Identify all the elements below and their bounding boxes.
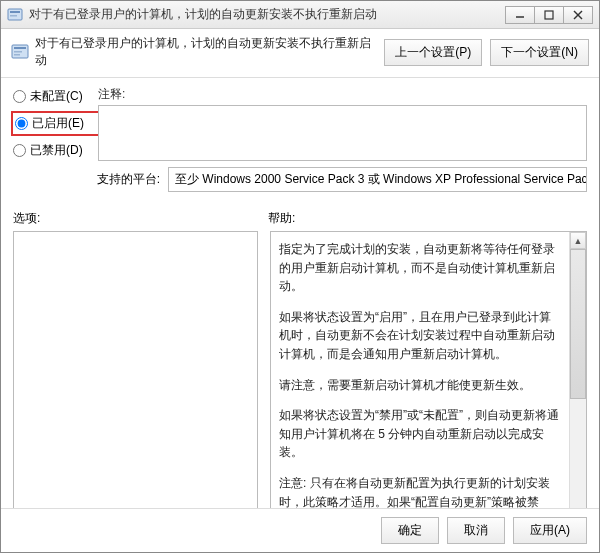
maximize-button[interactable] [534, 6, 564, 24]
ok-button[interactable]: 确定 [381, 517, 439, 544]
dialog-footer: 确定 取消 应用(A) [1, 508, 599, 552]
policy-icon [7, 7, 23, 23]
help-panel: 指定为了完成计划的安装，自动更新将等待任何登录的用户重新启动计算机，而不是自动使… [270, 231, 587, 508]
help-scrollbar[interactable]: ▲ ▼ [569, 232, 586, 508]
help-paragraph: 请注意，需要重新启动计算机才能使更新生效。 [279, 376, 561, 395]
window-title: 对于有已登录用户的计算机，计划的自动更新安装不执行重新启动 [29, 6, 505, 23]
options-label: 选项: [13, 210, 268, 227]
svg-rect-9 [14, 51, 22, 53]
platform-label: 支持的平台: [13, 171, 168, 188]
radio-not-configured-input[interactable] [13, 90, 26, 103]
next-setting-button[interactable]: 下一个设置(N) [490, 39, 589, 66]
options-panel [13, 231, 258, 508]
radio-not-configured[interactable]: 未配置(C) [13, 88, 98, 105]
close-button[interactable] [563, 6, 593, 24]
radio-disabled-input[interactable] [13, 144, 26, 157]
previous-setting-button[interactable]: 上一个设置(P) [384, 39, 482, 66]
policy-icon [11, 43, 29, 61]
comment-input[interactable] [98, 105, 587, 161]
radio-enabled-input[interactable] [15, 117, 28, 130]
top-config-row: 未配置(C) 已启用(E) 已禁用(D) 注释: [13, 86, 587, 161]
apply-button[interactable]: 应用(A) [513, 517, 587, 544]
toolbar: 对于有已登录用户的计算机，计划的自动更新安装不执行重新启动 上一个设置(P) 下… [1, 29, 599, 78]
help-paragraph: 指定为了完成计划的安装，自动更新将等待任何登录的用户重新启动计算机，而不是自动使… [279, 240, 561, 296]
platform-value: 至少 Windows 2000 Service Pack 3 或 Windows… [168, 167, 587, 192]
svg-rect-8 [14, 47, 26, 49]
minimize-button[interactable] [505, 6, 535, 24]
titlebar: 对于有已登录用户的计算机，计划的自动更新安装不执行重新启动 [1, 1, 599, 29]
radio-disabled[interactable]: 已禁用(D) [13, 142, 98, 159]
window-controls [505, 6, 593, 24]
radio-column: 未配置(C) 已启用(E) 已禁用(D) [13, 86, 98, 159]
cancel-button[interactable]: 取消 [447, 517, 505, 544]
comment-column: 注释: [98, 86, 587, 161]
radio-enabled-label: 已启用(E) [32, 115, 84, 132]
radio-not-configured-label: 未配置(C) [30, 88, 83, 105]
column-labels: 选项: 帮助: [13, 210, 587, 227]
help-text: 指定为了完成计划的安装，自动更新将等待任何登录的用户重新启动计算机，而不是自动使… [271, 232, 569, 508]
help-paragraph: 如果将状态设置为“禁用”或“未配置”，则自动更新将通知用户计算机将在 5 分钟内… [279, 406, 561, 462]
policy-heading: 对于有已登录用户的计算机，计划的自动更新安装不执行重新启动 [35, 35, 376, 69]
scroll-track[interactable] [570, 249, 586, 508]
help-paragraph: 如果将状态设置为“启用”，且在用户已登录到此计算机时，自动更新不会在计划安装过程… [279, 308, 561, 364]
radio-enabled[interactable]: 已启用(E) [11, 111, 100, 136]
svg-rect-4 [545, 11, 553, 19]
comment-label: 注释: [98, 86, 587, 103]
svg-rect-1 [10, 11, 20, 13]
platform-row: 支持的平台: 至少 Windows 2000 Service Pack 3 或 … [13, 167, 587, 192]
svg-rect-0 [8, 9, 22, 20]
scroll-thumb[interactable] [570, 249, 586, 399]
scroll-up-arrow-icon[interactable]: ▲ [570, 232, 586, 249]
dialog-window: 对于有已登录用户的计算机，计划的自动更新安装不执行重新启动 对于有已登录用户的计… [0, 0, 600, 553]
dialog-body: 未配置(C) 已启用(E) 已禁用(D) 注释: 支持的平台: 至少 Windo… [1, 78, 599, 508]
svg-rect-2 [10, 15, 17, 17]
help-label: 帮助: [268, 210, 587, 227]
svg-rect-10 [14, 54, 20, 56]
help-paragraph: 注意: 只有在将自动更新配置为执行更新的计划安装时，此策略才适用。如果“配置自动… [279, 474, 561, 508]
radio-disabled-label: 已禁用(D) [30, 142, 83, 159]
columns-row: 指定为了完成计划的安装，自动更新将等待任何登录的用户重新启动计算机，而不是自动使… [13, 231, 587, 508]
